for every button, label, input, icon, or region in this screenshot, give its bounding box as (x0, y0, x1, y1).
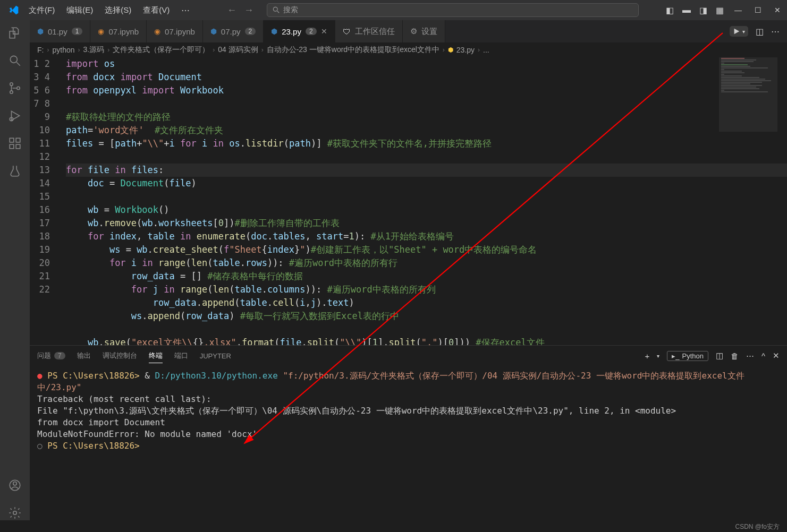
nav-forward[interactable]: → (244, 5, 253, 16)
explorer-icon[interactable] (7, 25, 22, 40)
svg-point-5 (10, 91, 13, 93)
panel-tabs: 问题7 输出 调试控制台 终端 端口 JUPYTER +▾ ▸_Python ◫… (30, 346, 787, 366)
split-editor-icon[interactable]: ◫ (756, 27, 764, 37)
maximize-panel-icon[interactable]: ^ (761, 351, 765, 361)
more-actions-icon[interactable]: ⋯ (771, 27, 780, 37)
gear-icon: ⚙ (410, 27, 417, 36)
menu-edit[interactable]: 编辑(E) (61, 3, 98, 18)
layout-sidebar-right-icon[interactable]: ◨ (699, 5, 707, 15)
search-icon (273, 6, 280, 14)
chevron-down-icon[interactable]: ▾ (657, 353, 659, 359)
tab-23-py[interactable]: ⬢23.py2✕ (264, 20, 335, 42)
svg-point-6 (17, 87, 20, 89)
python-file-icon: ⬢ (37, 27, 44, 36)
settings-gear-icon[interactable] (7, 505, 22, 520)
split-terminal-icon[interactable]: ◫ (716, 351, 723, 361)
panel-tab-problems[interactable]: 问题7 (37, 349, 65, 363)
line-numbers: 1 2 3 4 5 6 7 8 9 10 11 12 13 14 15 16 1… (30, 57, 61, 345)
tab-07-py[interactable]: ⬢07.py2 (203, 20, 264, 42)
shield-icon: 🛡 (343, 27, 351, 36)
menu-file[interactable]: 文件(F) (23, 3, 60, 18)
svg-point-14 (13, 511, 17, 515)
panel-tab-terminal[interactable]: 终端 (149, 349, 163, 363)
search-placeholder: 搜索 (283, 5, 298, 15)
code-content[interactable]: import osfrom docx import Documentfrom o… (61, 57, 787, 345)
python-file-icon: ⬢ (448, 46, 453, 54)
extensions-icon[interactable] (7, 136, 22, 151)
status-bar: CSDN @fo安方 (0, 520, 787, 532)
svg-line-1 (277, 11, 280, 13)
new-terminal-icon[interactable]: + (645, 351, 649, 361)
minimap[interactable] (719, 57, 777, 132)
menu-more[interactable]: ⋯ (176, 3, 195, 18)
bottom-panel: 问题7 输出 调试控制台 终端 端口 JUPYTER +▾ ▸_Python ◫… (30, 345, 787, 520)
svg-point-2 (10, 56, 17, 63)
svg-line-3 (16, 62, 20, 66)
svg-point-13 (13, 482, 17, 486)
command-center-search[interactable]: 搜索 (267, 3, 639, 17)
run-debug-icon[interactable] (7, 108, 22, 123)
tab-07-ipynb-2[interactable]: ◉07.ipynb (147, 20, 203, 42)
title-bar: 文件(F) 编辑(E) 选择(S) 查看(V) ⋯ ← → 搜索 ◧ ▬ ◨ ▦… (0, 0, 787, 20)
terminal-profile-python[interactable]: ▸_Python (667, 351, 708, 361)
menu-select[interactable]: 选择(S) (99, 3, 137, 18)
kill-terminal-icon[interactable]: 🗑 (731, 351, 739, 361)
editor-tabs: ⬢01.py1 ◉07.ipynb ◉07.ipynb ⬢07.py2 ⬢23.… (30, 20, 787, 42)
terminal-output[interactable]: ● PS C:\Users\18826> & D:/python3.10/pyt… (30, 366, 787, 520)
activity-bar (0, 20, 30, 520)
watermark: CSDN @fo安方 (735, 522, 780, 531)
maximize-button[interactable]: ☐ (752, 6, 764, 14)
svg-rect-8 (10, 138, 14, 142)
panel-more-icon[interactable]: ⋯ (746, 351, 754, 361)
minimize-button[interactable]: — (732, 6, 744, 14)
editor-area: ⬢01.py1 ◉07.ipynb ◉07.ipynb ⬢07.py2 ⬢23.… (30, 20, 787, 520)
close-panel-icon[interactable]: ✕ (773, 351, 780, 361)
search-activity-icon[interactable] (7, 53, 22, 68)
panel-tab-jupyter[interactable]: JUPYTER (200, 350, 231, 362)
layout-panel-icon[interactable]: ▬ (682, 5, 691, 15)
svg-point-4 (10, 83, 13, 85)
layout-sidebar-left-icon[interactable]: ◧ (666, 5, 674, 15)
terminal-icon: ▸_ (672, 352, 679, 360)
tab-07-ipynb-1[interactable]: ◉07.ipynb (90, 20, 147, 42)
svg-rect-9 (10, 144, 14, 149)
vscode-logo-icon (9, 5, 19, 15)
testing-icon[interactable] (7, 164, 22, 178)
panel-tab-ports[interactable]: 端口 (174, 349, 188, 363)
menu-view[interactable]: 查看(V) (138, 3, 175, 18)
tab-01-py[interactable]: ⬢01.py1 (30, 20, 90, 42)
nav-back[interactable]: ← (227, 5, 236, 16)
layout-customize-icon[interactable]: ▦ (716, 5, 724, 15)
svg-rect-11 (16, 138, 20, 142)
python-file-icon: ⬢ (271, 27, 277, 36)
close-window-button[interactable]: ✕ (772, 6, 783, 14)
chevron-down-icon: ▾ (742, 29, 745, 35)
panel-tab-output[interactable]: 输出 (77, 349, 91, 363)
breadcrumb[interactable]: F:› python› 3.源码› 文件夹格式（保存一个即可）› 04 源码实例… (30, 42, 787, 57)
jupyter-file-icon: ◉ (98, 27, 104, 36)
code-editor[interactable]: 1 2 3 4 5 6 7 8 9 10 11 12 13 14 15 16 1… (30, 57, 787, 345)
main-menu: 文件(F) 编辑(E) 选择(S) 查看(V) ⋯ (23, 3, 195, 18)
tab-trust[interactable]: 🛡工作区信任 (335, 20, 403, 42)
close-tab-icon[interactable]: ✕ (321, 27, 327, 36)
svg-rect-10 (16, 144, 20, 149)
panel-tab-debug[interactable]: 调试控制台 (103, 349, 137, 363)
jupyter-file-icon: ◉ (154, 27, 160, 36)
svg-point-0 (274, 7, 278, 11)
tab-settings[interactable]: ⚙设置 (403, 20, 445, 42)
accounts-icon[interactable] (7, 478, 22, 493)
source-control-icon[interactable] (7, 81, 22, 96)
run-file-button[interactable]: ▾ (730, 26, 748, 37)
python-file-icon: ⬢ (210, 27, 217, 36)
